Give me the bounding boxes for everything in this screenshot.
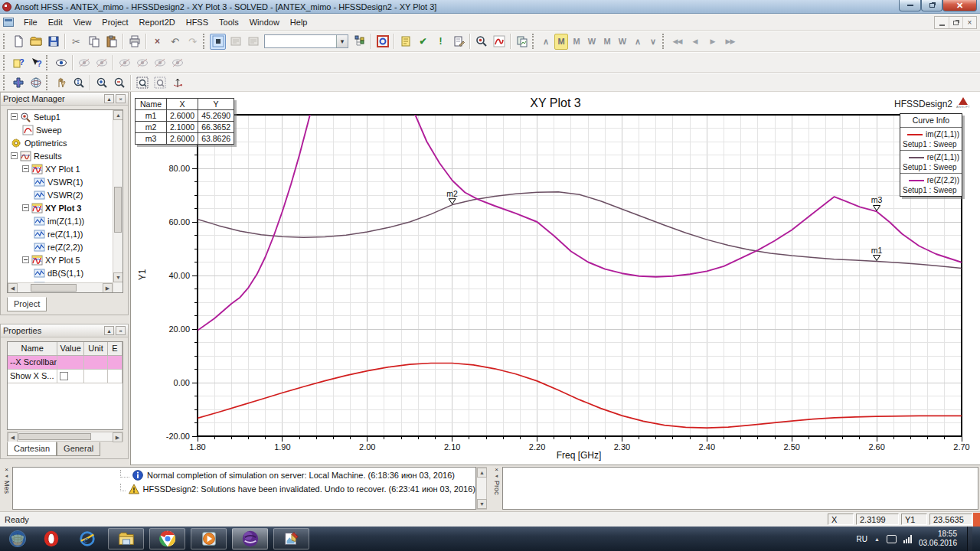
edit-sources-button[interactable]	[397, 34, 413, 50]
tab-cartesian[interactable]: Cartesian	[7, 442, 57, 456]
model-tree-button[interactable]	[351, 34, 368, 50]
toolbar-handle[interactable]	[3, 55, 8, 70]
tree-item-xy-plot-1[interactable]: XY Plot 1	[8, 162, 112, 175]
coordinate-system-combo[interactable]: ▾	[264, 34, 348, 48]
tree-item-db-s-1-1[interactable]: dB(S(1,1)	[8, 266, 112, 279]
boolean-3d-button[interactable]	[10, 74, 26, 90]
action-center-icon[interactable]	[887, 535, 897, 543]
scroll-down-button[interactable]: ▼	[113, 272, 123, 282]
zoom-out-button[interactable]	[111, 74, 127, 90]
scroll-thumb[interactable]	[18, 433, 91, 440]
fit-selection-button[interactable]	[152, 74, 168, 90]
menu-view[interactable]: View	[68, 15, 97, 29]
sweep-shape-7-button[interactable]: ∧	[631, 34, 645, 50]
delete-button[interactable]: ×	[149, 34, 165, 50]
sweep-shape-3-button[interactable]: M	[570, 34, 583, 50]
panel-collapse-button[interactable]: ▴	[104, 326, 114, 335]
property-row-show-x-s[interactable]: Show X S...	[8, 370, 122, 383]
prev-page-button[interactable]: ◀	[687, 34, 703, 50]
clock[interactable]: 18:55 03.06.2016	[919, 530, 957, 548]
sweep-shape-1-button[interactable]: ∧	[539, 34, 553, 50]
menu-file[interactable]: File	[18, 15, 43, 29]
tab-general[interactable]: General	[57, 442, 100, 456]
tree-expand-toggle[interactable]	[22, 165, 29, 172]
new-report-button[interactable]	[491, 34, 507, 50]
show-desktop-button[interactable]	[967, 527, 972, 551]
scroll-thumb[interactable]	[31, 284, 77, 292]
property-row-x-scrollbar[interactable]: --X Scrollbar	[8, 356, 122, 370]
hide-selection-button[interactable]	[76, 54, 92, 70]
visibility-2-button[interactable]	[134, 54, 150, 70]
tree-item-results[interactable]: Results	[8, 149, 112, 162]
tree-expand-toggle[interactable]	[11, 152, 18, 159]
undo-button[interactable]: ↶	[167, 34, 183, 50]
scroll-up-button[interactable]: ▲	[477, 468, 487, 478]
mdi-restore-button[interactable]	[949, 17, 962, 28]
redo-button[interactable]: ↷	[185, 34, 201, 50]
tree-item-re-z-2-2[interactable]: re(Z(2,2))	[8, 240, 112, 253]
dock-collapse-icon[interactable]: ◂	[495, 473, 498, 479]
tree-horizontal-scrollbar[interactable]: ◀ ▶	[8, 282, 113, 292]
tree-item-vswr-2[interactable]: VSWR(2)	[8, 188, 112, 201]
properties-horizontal-scrollbar[interactable]: ◀ ▶	[7, 432, 123, 442]
restore-button[interactable]	[921, 0, 942, 11]
tree-item-sweep[interactable]: Sweep	[8, 123, 112, 136]
tree-expand-toggle[interactable]	[11, 113, 18, 120]
menu-help[interactable]: Help	[285, 15, 313, 29]
sweep-shape-8-button[interactable]: ∨	[646, 34, 660, 50]
dock-close-icon[interactable]: ×	[5, 467, 8, 473]
grouping-button[interactable]	[245, 34, 261, 50]
paste-button[interactable]	[103, 34, 119, 50]
sweep-shape-6-button[interactable]: W	[616, 34, 629, 50]
save-button[interactable]	[45, 34, 61, 50]
last-page-button[interactable]: ▶▶	[722, 34, 738, 50]
scroll-down-button[interactable]: ▼	[477, 499, 487, 509]
toolbar-handle[interactable]	[662, 34, 667, 49]
scroll-right-button[interactable]: ▶	[103, 283, 113, 293]
menu-project[interactable]: Project	[96, 15, 133, 29]
dock-close-icon[interactable]: ×	[495, 467, 498, 473]
tree-item-vswr-1[interactable]: VSWR(1)	[8, 175, 112, 188]
toolbar-handle[interactable]	[3, 34, 8, 49]
create-report-button[interactable]	[450, 34, 466, 50]
show-selection-button[interactable]	[93, 54, 109, 70]
ie-icon[interactable]: e	[72, 528, 103, 549]
cut-button[interactable]: ✂	[68, 34, 84, 50]
mdi-close-button[interactable]: ×	[962, 17, 976, 28]
help-topics-button[interactable]: ?	[10, 54, 26, 70]
visibility-1-button[interactable]	[116, 54, 132, 70]
menu-report2d[interactable]: Report2D	[134, 15, 181, 29]
pan-button[interactable]	[53, 74, 69, 90]
toolbar-handle[interactable]	[3, 75, 8, 90]
show-all-button[interactable]	[53, 54, 69, 70]
first-page-button[interactable]: ◀◀	[669, 34, 685, 50]
tree-item-optimetrics[interactable]: Optimetrics	[8, 136, 112, 149]
opera-icon[interactable]	[36, 528, 67, 549]
dock-collapse-icon[interactable]: ◂	[5, 473, 8, 479]
show-x-scrollbar-checkbox[interactable]	[60, 372, 68, 380]
open-file-button[interactable]	[28, 34, 44, 50]
message-scrollbar[interactable]: ▲ ▼	[476, 467, 487, 510]
submit-job-button[interactable]: !	[433, 34, 449, 50]
tree-item-re-z-1-1[interactable]: re(Z(1,1))	[8, 227, 112, 240]
tree-item-setup1[interactable]: Setup1	[8, 110, 112, 123]
dynamic-zoom-button[interactable]	[70, 74, 87, 90]
scroll-thumb[interactable]	[114, 187, 122, 233]
copy-button[interactable]	[86, 34, 102, 50]
explorer-icon[interactable]	[108, 528, 144, 549]
language-indicator[interactable]: RU	[857, 535, 867, 543]
visibility-3-button[interactable]	[152, 54, 168, 70]
scroll-up-button[interactable]: ▲	[113, 110, 123, 120]
menu-window[interactable]: Window	[244, 15, 285, 29]
visibility-4-button[interactable]	[169, 54, 185, 70]
tree-item-xy-plot-5[interactable]: XY Plot 5	[8, 253, 112, 266]
rotate-view-button[interactable]	[28, 74, 44, 90]
tree-expand-toggle[interactable]	[22, 204, 29, 211]
image-editor-icon[interactable]	[273, 528, 309, 549]
print-button[interactable]	[126, 34, 142, 50]
sweep-shape-2-button[interactable]: M	[554, 34, 568, 50]
menu-hfss[interactable]: HFSS	[181, 15, 214, 29]
validate-button[interactable]	[374, 34, 390, 50]
new-file-button[interactable]	[10, 34, 26, 50]
zoom-in-button[interactable]	[93, 74, 109, 90]
